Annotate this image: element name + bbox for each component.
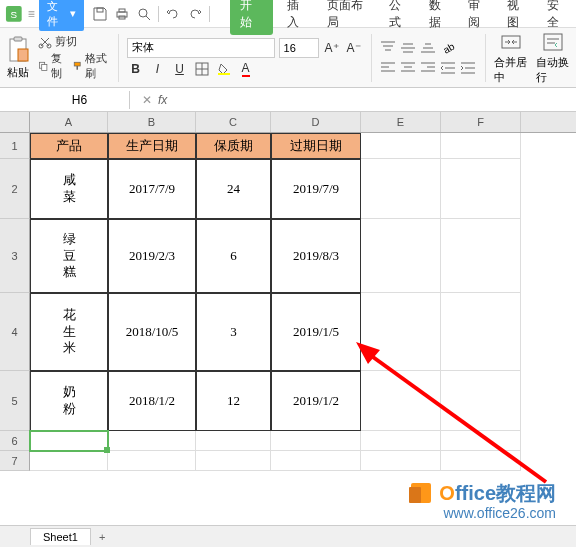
cell[interactable]: 24	[196, 159, 271, 219]
cut-button[interactable]: 剪切	[38, 34, 110, 49]
cell[interactable]	[361, 451, 441, 471]
name-box[interactable]	[30, 91, 130, 109]
cell[interactable]: 过期日期	[271, 133, 361, 159]
cell[interactable]	[108, 451, 196, 471]
cell[interactable]	[361, 219, 441, 293]
cell[interactable]	[361, 293, 441, 371]
copy-button[interactable]: 复制	[38, 51, 68, 81]
tab-formula[interactable]: 公式	[387, 0, 414, 35]
row-header[interactable]: 3	[0, 219, 30, 293]
col-header[interactable]: B	[108, 112, 196, 132]
cell[interactable]: 花生米	[30, 293, 108, 371]
cell[interactable]: 12	[196, 371, 271, 431]
cell[interactable]	[108, 431, 196, 451]
cell[interactable]: 产品	[30, 133, 108, 159]
format-painter-button[interactable]: 格式刷	[72, 51, 110, 81]
italic-button[interactable]: I	[149, 60, 167, 78]
row-header[interactable]: 2	[0, 159, 30, 219]
indent-increase-icon[interactable]	[459, 59, 477, 77]
cell[interactable]: 2019/2/3	[108, 219, 196, 293]
tab-data[interactable]: 数据	[427, 0, 454, 35]
valign-top-icon[interactable]	[379, 39, 397, 57]
align-right-icon[interactable]	[419, 59, 437, 77]
cell[interactable]	[196, 451, 271, 471]
row-header[interactable]: 4	[0, 293, 30, 371]
fx-cancel-icon[interactable]: ✕	[142, 93, 152, 107]
auto-wrap-button[interactable]: 自动换行	[536, 31, 570, 85]
cell[interactable]	[441, 293, 521, 371]
col-header[interactable]: D	[271, 112, 361, 132]
align-left-icon[interactable]	[379, 59, 397, 77]
cell[interactable]: 6	[196, 219, 271, 293]
row-header[interactable]: 5	[0, 371, 30, 431]
font-name-select[interactable]	[127, 38, 275, 58]
fx-icon[interactable]: fx	[158, 93, 167, 107]
font-color-button[interactable]: A	[237, 60, 255, 78]
cell[interactable]: 2019/1/2	[271, 371, 361, 431]
cell[interactable]: 绿豆糕	[30, 219, 108, 293]
cell[interactable]: 保质期	[196, 133, 271, 159]
row-header[interactable]: 6	[0, 431, 30, 451]
cell[interactable]: 2019/8/3	[271, 219, 361, 293]
cell[interactable]	[271, 431, 361, 451]
underline-button[interactable]: U	[171, 60, 189, 78]
paste-button[interactable]: 粘贴	[6, 35, 30, 80]
select-all-corner[interactable]	[0, 112, 30, 132]
tab-page-layout[interactable]: 页面布局	[325, 0, 376, 35]
align-center-icon[interactable]	[399, 59, 417, 77]
add-sheet-button[interactable]: +	[91, 529, 113, 545]
cell[interactable]: 2017/7/9	[108, 159, 196, 219]
cell[interactable]	[441, 159, 521, 219]
font-size-select[interactable]	[279, 38, 319, 58]
col-header[interactable]: A	[30, 112, 108, 132]
cell[interactable]: 2018/1/2	[108, 371, 196, 431]
col-header[interactable]: F	[441, 112, 521, 132]
tab-security[interactable]: 安全	[545, 0, 572, 35]
tab-view[interactable]: 视图	[505, 0, 532, 35]
cell[interactable]: 咸菜	[30, 159, 108, 219]
valign-bottom-icon[interactable]	[419, 39, 437, 57]
decrease-font-icon[interactable]: A⁻	[345, 39, 363, 57]
file-menu[interactable]: 文件 ▾	[39, 0, 84, 31]
bold-button[interactable]: B	[127, 60, 145, 78]
cell-selected[interactable]	[30, 431, 108, 451]
cell[interactable]	[361, 133, 441, 159]
cell[interactable]: 2018/10/5	[108, 293, 196, 371]
fill-color-button[interactable]	[215, 60, 233, 78]
merge-center-button[interactable]: 合并居中	[494, 31, 528, 85]
cell[interactable]	[361, 431, 441, 451]
col-header[interactable]: E	[361, 112, 441, 132]
cell[interactable]	[441, 431, 521, 451]
cell[interactable]	[271, 451, 361, 471]
cell[interactable]: 奶粉	[30, 371, 108, 431]
tab-start[interactable]: 开始	[230, 0, 273, 35]
cell[interactable]	[441, 133, 521, 159]
cell[interactable]	[30, 451, 108, 471]
tab-review[interactable]: 审阅	[466, 0, 493, 35]
cell[interactable]	[361, 159, 441, 219]
cell[interactable]: 2019/7/9	[271, 159, 361, 219]
tab-insert[interactable]: 插入	[285, 0, 312, 35]
indent-decrease-icon[interactable]	[439, 59, 457, 77]
col-header[interactable]: C	[196, 112, 271, 132]
redo-icon[interactable]	[187, 6, 203, 22]
preview-icon[interactable]	[136, 6, 152, 22]
orientation-icon[interactable]: ab	[439, 39, 457, 57]
cell[interactable]	[361, 371, 441, 431]
cell[interactable]	[196, 431, 271, 451]
print-icon[interactable]	[114, 6, 130, 22]
cell[interactable]	[441, 451, 521, 471]
cell[interactable]: 生产日期	[108, 133, 196, 159]
undo-icon[interactable]	[165, 6, 181, 22]
save-icon[interactable]	[92, 6, 108, 22]
cell[interactable]	[441, 371, 521, 431]
valign-middle-icon[interactable]	[399, 39, 417, 57]
row-header[interactable]: 1	[0, 133, 30, 159]
increase-font-icon[interactable]: A⁺	[323, 39, 341, 57]
cell[interactable]	[441, 219, 521, 293]
border-button[interactable]	[193, 60, 211, 78]
sheet-tab[interactable]: Sheet1	[30, 528, 91, 545]
row-header[interactable]: 7	[0, 451, 30, 471]
cell[interactable]: 3	[196, 293, 271, 371]
cell[interactable]: 2019/1/5	[271, 293, 361, 371]
